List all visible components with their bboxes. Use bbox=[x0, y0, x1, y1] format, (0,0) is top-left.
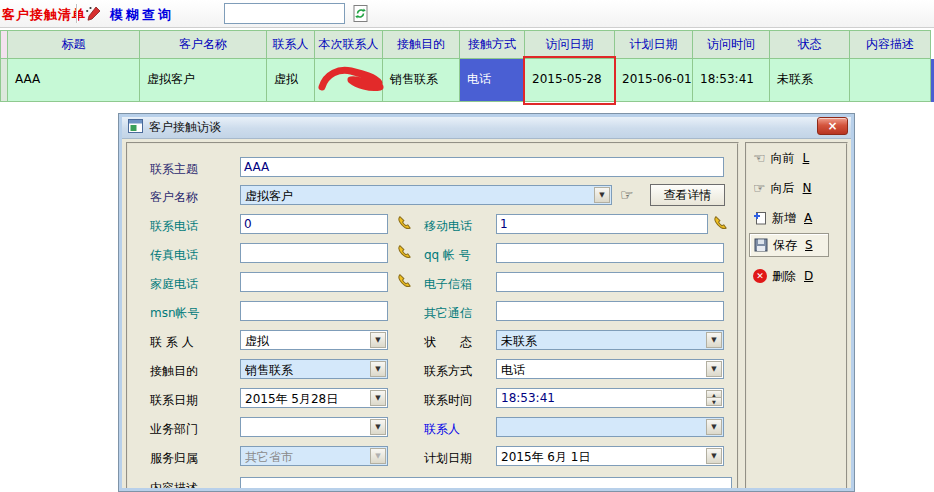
email-field[interactable] bbox=[496, 272, 724, 292]
fax-phone-field[interactable] bbox=[240, 243, 388, 263]
contact-phone-field[interactable] bbox=[240, 214, 388, 234]
contact-time-spinner[interactable]: 18:53:41 ▲ ▼ bbox=[496, 388, 724, 408]
next-key: N bbox=[803, 181, 812, 195]
service-region-label: 服务归属 bbox=[150, 450, 198, 467]
cell-description[interactable] bbox=[850, 59, 931, 102]
contact-time-value: 18:53:41 bbox=[501, 391, 705, 405]
chevron-down-icon[interactable]: ▼ bbox=[370, 332, 386, 348]
spinner-down-icon[interactable]: ▼ bbox=[706, 397, 722, 406]
plan-date-picker[interactable]: 2015年 6月 1日 ▼ bbox=[496, 446, 724, 466]
contact-interview-dialog: 客户接触访谈 × 联系主题 客户名称 虚拟客户 ▼ ☞ 查看详情 联系电话 移动… bbox=[118, 113, 855, 492]
save-button[interactable]: 保存S bbox=[749, 233, 829, 257]
col-header-visit-date[interactable]: 访问日期 bbox=[525, 30, 615, 59]
search-input[interactable] bbox=[224, 3, 345, 24]
cell-visit-date[interactable]: 2015-05-28 bbox=[525, 59, 615, 102]
chevron-down-icon[interactable]: ▼ bbox=[706, 448, 722, 464]
cell-plan-date[interactable]: 2015-06-01 bbox=[615, 59, 693, 102]
contact-person2-combobox[interactable]: ▼ bbox=[496, 417, 724, 437]
contact-person-combobox[interactable]: 虚拟 ▼ bbox=[240, 330, 388, 350]
cell-title[interactable]: AAA bbox=[8, 59, 140, 102]
contact-phone-label: 联系电话 bbox=[150, 218, 198, 235]
customer-name-combobox[interactable]: 虚拟客户 ▼ bbox=[240, 185, 612, 205]
other-comm-label: 其它通信 bbox=[424, 305, 472, 322]
col-header-purpose[interactable]: 接触目的 bbox=[383, 30, 460, 59]
subject-field[interactable] bbox=[240, 157, 724, 177]
add-key: A bbox=[804, 211, 812, 225]
description-label: 内容描述 bbox=[150, 480, 198, 492]
chevron-down-icon[interactable]: ▼ bbox=[370, 419, 386, 435]
mobile-phone-field[interactable] bbox=[496, 214, 708, 234]
description-field[interactable] bbox=[240, 477, 732, 492]
status-combobox[interactable]: 未联系 ▼ bbox=[496, 330, 724, 350]
purpose-value: 销售联系 bbox=[245, 362, 369, 379]
window-icon bbox=[128, 119, 143, 133]
cell-method[interactable]: 电话 bbox=[460, 59, 525, 102]
chevron-down-icon[interactable]: ▼ bbox=[370, 390, 386, 406]
delete-x-icon: ✕ bbox=[753, 269, 767, 283]
refresh-icon[interactable] bbox=[351, 4, 370, 23]
cell-visit-time[interactable]: 18:53:41 bbox=[693, 59, 770, 102]
purpose-label: 接触目的 bbox=[150, 363, 198, 380]
chevron-down-icon: ▼ bbox=[370, 448, 386, 464]
col-header-contact[interactable]: 联系人 bbox=[267, 30, 315, 59]
delete-label: 删除 bbox=[772, 268, 796, 285]
col-header-method[interactable]: 接触方式 bbox=[460, 30, 525, 59]
delete-button[interactable]: ✕ 删除D bbox=[753, 266, 841, 286]
contact-person-value: 虚拟 bbox=[245, 333, 369, 350]
home-phone-label: 家庭电话 bbox=[150, 276, 198, 293]
app-window: 客户接触清单 模糊查询 标题 客户名称 联系人 本次联系人 接触目的 接 bbox=[0, 0, 934, 492]
edit-pen-icon[interactable] bbox=[84, 5, 102, 23]
add-button[interactable]: 新增A bbox=[753, 208, 841, 228]
chevron-down-icon[interactable]: ▼ bbox=[706, 361, 722, 377]
msn-account-field[interactable] bbox=[240, 301, 388, 321]
plan-date-label: 计划日期 bbox=[424, 450, 472, 467]
dialog-titlebar[interactable]: 客户接触访谈 × bbox=[119, 114, 854, 139]
contact-date-value: 2015年 5月28日 bbox=[245, 391, 369, 408]
prev-button[interactable]: ☜ 向前L bbox=[753, 148, 841, 168]
chevron-down-icon[interactable]: ▼ bbox=[370, 361, 386, 377]
row-selector-cell[interactable] bbox=[0, 59, 8, 102]
purpose-combobox[interactable]: 销售联系 ▼ bbox=[240, 359, 388, 379]
delete-key: D bbox=[804, 269, 813, 283]
email-label: 电子信箱 bbox=[424, 276, 472, 293]
grid-header-row: 标题 客户名称 联系人 本次联系人 接触目的 接触方式 访问日期 计划日期 访问… bbox=[0, 30, 931, 59]
cell-customer[interactable]: 虚拟客户 bbox=[140, 59, 267, 102]
row-selector-header bbox=[0, 30, 8, 59]
home-phone-field[interactable] bbox=[240, 272, 388, 292]
col-header-customer[interactable]: 客户名称 bbox=[140, 30, 267, 59]
next-button[interactable]: ☞ 向后N bbox=[753, 178, 841, 198]
method-combobox[interactable]: 电话 ▼ bbox=[496, 359, 724, 379]
business-dept-combobox[interactable]: ▼ bbox=[240, 417, 388, 437]
qq-account-field[interactable] bbox=[496, 243, 724, 263]
mobile-phone-label: 移动电话 bbox=[424, 218, 472, 235]
col-header-description[interactable]: 内容描述 bbox=[850, 30, 931, 59]
cell-contact[interactable]: 虚拟 bbox=[267, 59, 315, 102]
col-header-visit-time[interactable]: 访问时间 bbox=[693, 30, 770, 59]
hand-right-icon: ☞ bbox=[753, 180, 766, 196]
other-comm-field[interactable] bbox=[496, 301, 724, 321]
plan-date-value: 2015年 6月 1日 bbox=[501, 449, 705, 466]
view-details-button[interactable]: 查看详情 bbox=[650, 184, 725, 206]
contact-time-label: 联系时间 bbox=[424, 392, 472, 409]
dialog-title: 客户接触访谈 bbox=[149, 119, 221, 136]
hand-left-icon: ☜ bbox=[753, 150, 766, 166]
phone-icon[interactable] bbox=[396, 244, 414, 262]
chevron-down-icon[interactable]: ▼ bbox=[706, 419, 722, 435]
table-row[interactable]: AAA 虚拟客户 虚拟 销售联系 电话 2015-05-28 2015-06-0… bbox=[0, 59, 931, 102]
phone-icon[interactable] bbox=[712, 215, 730, 233]
col-header-current-contact[interactable]: 本次联系人 bbox=[315, 30, 383, 59]
col-header-plan-date[interactable]: 计划日期 bbox=[615, 30, 693, 59]
cell-current-contact[interactable] bbox=[315, 59, 383, 102]
cell-status[interactable]: 未联系 bbox=[770, 59, 850, 102]
cell-purpose[interactable]: 销售联系 bbox=[383, 59, 460, 102]
contact-date-picker[interactable]: 2015年 5月28日 ▼ bbox=[240, 388, 388, 408]
pointing-hand-icon[interactable]: ☞ bbox=[620, 186, 633, 204]
col-header-status[interactable]: 状态 bbox=[770, 30, 850, 59]
col-header-title[interactable]: 标题 bbox=[8, 30, 140, 59]
chevron-down-icon[interactable]: ▼ bbox=[706, 332, 722, 348]
page-title: 客户接触清单 bbox=[2, 6, 86, 24]
close-icon[interactable]: × bbox=[817, 117, 848, 135]
phone-icon[interactable] bbox=[396, 273, 414, 291]
phone-icon[interactable] bbox=[396, 215, 414, 233]
chevron-down-icon[interactable]: ▼ bbox=[594, 187, 610, 203]
